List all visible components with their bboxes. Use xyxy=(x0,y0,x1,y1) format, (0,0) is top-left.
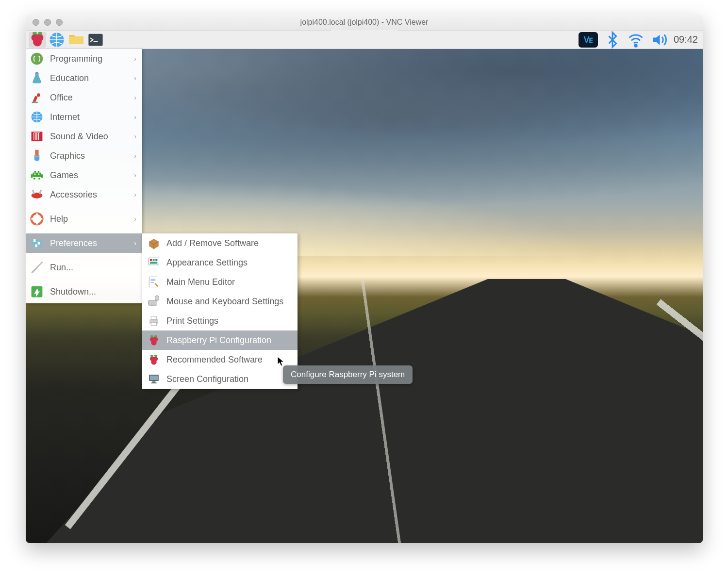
browser-launcher[interactable] xyxy=(48,32,66,48)
submenu-rpi-config[interactable]: Raspberry Pi Configuration xyxy=(142,330,298,350)
start-menu-button[interactable] xyxy=(29,32,46,48)
chevron-right-icon: › xyxy=(134,171,136,179)
chevron-right-icon: › xyxy=(134,152,136,160)
menu-internet[interactable]: Internet › xyxy=(26,107,142,127)
vnc-server-tray-icon[interactable]: Vᴇ xyxy=(579,32,598,48)
menu-shutdown[interactable]: Shutdown... xyxy=(26,282,142,301)
film-icon xyxy=(30,129,44,144)
run-icon xyxy=(30,260,44,275)
svg-point-8 xyxy=(31,53,43,65)
submenu-print[interactable]: Print Settings xyxy=(142,311,298,330)
svg-rect-29 xyxy=(39,190,42,194)
menu-office[interactable]: Office › xyxy=(26,88,142,107)
menu-item-label: Programming xyxy=(50,54,128,64)
svg-point-7 xyxy=(635,44,637,47)
volume-tray-icon[interactable] xyxy=(650,32,668,48)
shutdown-icon xyxy=(30,284,44,299)
svg-point-45 xyxy=(155,296,159,301)
menu-games[interactable]: Games › xyxy=(26,165,142,185)
file-manager-launcher[interactable] xyxy=(67,32,85,48)
remote-desktop[interactable]: Vᴇ 09:42 Programming › xyxy=(26,31,703,543)
submenu-item-label: Raspberry Pi Configuration xyxy=(166,335,271,346)
svg-rect-43 xyxy=(149,277,157,287)
menu-item-label: Accessories xyxy=(50,190,128,200)
svg-rect-34 xyxy=(33,239,35,242)
svg-rect-21 xyxy=(34,171,36,173)
close-icon[interactable] xyxy=(33,19,39,26)
svg-rect-60 xyxy=(150,376,158,380)
wifi-tray-icon[interactable] xyxy=(627,32,645,48)
menu-accessories[interactable]: Accessories › xyxy=(26,185,142,204)
svg-rect-47 xyxy=(151,316,156,320)
svg-rect-14 xyxy=(32,132,34,141)
svg-rect-35 xyxy=(38,242,40,244)
clock[interactable]: 09:42 xyxy=(674,34,698,45)
svg-rect-11 xyxy=(32,102,38,103)
svg-rect-23 xyxy=(33,178,35,180)
menu-item-label: Help xyxy=(50,214,128,224)
svg-rect-62 xyxy=(151,382,156,383)
chevron-right-icon: › xyxy=(134,191,136,198)
submenu-mouse-keyboard[interactable]: Mouse and Keyboard Settings xyxy=(142,292,298,311)
svg-rect-25 xyxy=(34,174,36,175)
globe-icon xyxy=(30,110,44,124)
terminal-launcher[interactable] xyxy=(87,32,104,48)
brush-icon xyxy=(30,149,44,163)
svg-rect-24 xyxy=(39,178,41,180)
svg-point-4 xyxy=(38,32,42,34)
zoom-icon[interactable] xyxy=(56,19,63,26)
submenu-item-label: Mouse and Keyboard Settings xyxy=(166,297,283,307)
svg-point-58 xyxy=(154,355,158,357)
appearance-icon xyxy=(147,256,161,269)
menu-run[interactable]: Run... xyxy=(26,258,142,277)
submenu-appearance[interactable]: Appearance Settings xyxy=(142,253,298,272)
vnc-viewer-window: jolpi400.local (jolpi400) - VNC Viewer xyxy=(26,14,703,543)
menu-item-label: Sound & Video xyxy=(50,132,128,142)
raspberry-icon xyxy=(147,333,161,347)
menu-programming[interactable]: Programming › xyxy=(26,49,142,68)
svg-rect-19 xyxy=(31,174,33,178)
svg-rect-48 xyxy=(151,322,156,326)
menu-help[interactable]: Help › xyxy=(26,209,142,229)
svg-rect-39 xyxy=(150,259,152,261)
svg-rect-32 xyxy=(32,242,42,244)
printer-icon xyxy=(147,314,161,328)
menu-item-label: Run... xyxy=(50,263,136,273)
menu-education[interactable]: Education › xyxy=(26,68,142,88)
menu-sound-video[interactable]: Sound & Video › xyxy=(26,127,142,146)
submenu-recommended[interactable]: Recommended Software xyxy=(142,350,298,369)
preferences-submenu: Add / Remove Software Appearance Setting… xyxy=(142,233,298,389)
menu-graphics[interactable]: Graphics › xyxy=(26,146,142,165)
svg-rect-17 xyxy=(34,155,40,157)
svg-rect-16 xyxy=(35,150,39,156)
menu-preferences[interactable]: Preferences › xyxy=(26,233,142,253)
chevron-right-icon: › xyxy=(134,94,136,101)
svg-rect-18 xyxy=(33,173,41,177)
menu-item-label: Games xyxy=(50,170,128,181)
mac-titlebar[interactable]: jolpi400.local (jolpi400) - VNC Viewer xyxy=(26,14,703,31)
submenu-item-label: Add / Remove Software xyxy=(166,238,259,248)
taskbar: Vᴇ 09:42 xyxy=(26,31,703,49)
help-icon xyxy=(30,212,44,226)
chevron-right-icon: › xyxy=(134,215,136,223)
submenu-menu-editor[interactable]: Main Menu Editor xyxy=(142,272,298,292)
monitor-icon xyxy=(147,372,161,386)
svg-rect-42 xyxy=(150,262,157,264)
submenu-add-remove-software[interactable]: Add / Remove Software xyxy=(142,233,298,253)
submenu-item-label: Screen Configuration xyxy=(166,374,248,384)
bluetooth-tray-icon[interactable] xyxy=(604,32,621,48)
svg-point-2 xyxy=(33,37,42,46)
tooltip: Configure Raspberry Pi system xyxy=(283,365,413,384)
submenu-screen-config[interactable]: Screen Configuration xyxy=(142,369,298,389)
svg-rect-20 xyxy=(41,174,43,178)
svg-rect-31 xyxy=(32,240,42,242)
svg-rect-36 xyxy=(35,245,37,247)
lamp-icon xyxy=(30,90,44,105)
svg-point-52 xyxy=(150,335,154,337)
mouse-keyboard-icon xyxy=(147,295,161,308)
menu-item-label: Shutdown... xyxy=(50,287,136,297)
minimize-icon[interactable] xyxy=(44,19,51,26)
svg-point-53 xyxy=(154,335,158,337)
svg-point-56 xyxy=(151,359,156,364)
window-title: jolpi400.local (jolpi400) - VNC Viewer xyxy=(26,18,703,27)
